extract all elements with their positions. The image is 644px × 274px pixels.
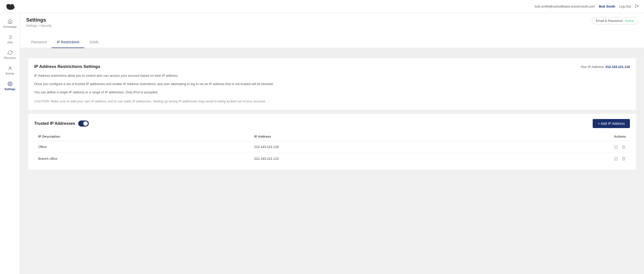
trusted-title: Trusted IP Addresses <box>34 121 75 126</box>
delete-icon[interactable] <box>621 145 626 149</box>
sidebar-item-activity[interactable]: Activity <box>0 62 20 78</box>
sidebar-item-jobs[interactable]: Jobs <box>0 31 20 47</box>
page-title: Settings <box>26 17 51 23</box>
page-body: IP Address Restrictions Settings Your IP… <box>20 52 644 176</box>
jobs-icon <box>7 34 13 40</box>
toggle-slider <box>78 121 89 127</box>
topbar: bob.smith@ca4software.onmicrosoft.com Bo… <box>0 0 644 13</box>
topbar-right: bob.smith@ca4software.onmicrosoft.com Bo… <box>535 4 639 9</box>
tab-ip-restrictions[interactable]: IP Restrictions <box>52 36 84 48</box>
caution-text: CAUTION: Make sure to add your own IP ad… <box>34 99 630 104</box>
breadcrumb: Settings > Security <box>26 24 51 27</box>
status-value: Active <box>625 19 634 23</box>
sidebar: Homepage Jobs Recovery Activity <box>0 13 20 274</box>
col-address: IP Address <box>250 132 485 141</box>
logout-button[interactable]: Log Out <box>619 5 631 8</box>
row-description: Branch office <box>34 153 250 165</box>
sidebar-label-settings: Settings <box>5 88 15 91</box>
tab-saml[interactable]: SAML <box>84 36 104 48</box>
settings-icon <box>7 81 13 87</box>
info-line-3: You can define a single IP address or a … <box>34 90 630 95</box>
logo-icon <box>5 3 16 10</box>
current-ip-display: Your IP Address: 212.143.121.110 <box>580 65 630 69</box>
row-actions <box>485 153 630 165</box>
activity-icon <box>7 65 13 71</box>
user-name[interactable]: Bob Smith <box>599 5 615 8</box>
sidebar-item-settings[interactable]: Settings <box>0 78 20 94</box>
add-ip-button[interactable]: + Add IP Address <box>593 119 630 128</box>
sidebar-label-activity: Activity <box>6 72 14 75</box>
edit-icon[interactable] <box>614 156 618 161</box>
col-actions: Actions <box>485 132 630 141</box>
tabs-container: Password IP Restrictions SAML <box>20 36 644 48</box>
user-email: bob.smith@ca4software.onmicrosoft.com <box>535 5 595 8</box>
ip-table: IP Description IP Address Actions Office… <box>34 132 630 165</box>
row-address: 212.143.121.113 <box>250 153 485 165</box>
sidebar-label-jobs: Jobs <box>7 41 13 44</box>
ip-restrictions-card: IP Address Restrictions Settings Your IP… <box>28 58 636 110</box>
info-line-1: IP Address restrictions allow you to con… <box>34 73 630 79</box>
your-ip-label: Your IP Address: <box>580 65 605 69</box>
delete-icon[interactable] <box>621 156 626 161</box>
tab-password[interactable]: Password <box>26 36 52 48</box>
sidebar-label-homepage: Homepage <box>3 25 17 28</box>
your-ip-value: 212.143.121.110 <box>605 65 630 69</box>
col-description: IP Description <box>34 132 250 141</box>
home-icon <box>7 19 13 24</box>
layout: Homepage Jobs Recovery Activity <box>0 13 644 274</box>
trusted-ips-section: Trusted IP Addresses + Add IP Address IP… <box>28 114 636 170</box>
info-line-2: Once you configure a set of trusted IP a… <box>34 82 630 87</box>
page-header: Settings Settings > Security Email & Pas… <box>20 13 644 31</box>
trusted-header: Trusted IP Addresses + Add IP Address <box>34 119 630 128</box>
section-header: IP Address Restrictions Settings Your IP… <box>34 64 630 69</box>
status-label: Email & Password: <box>596 19 623 23</box>
edit-icon[interactable] <box>614 145 618 149</box>
recovery-icon <box>7 50 13 55</box>
svg-point-12 <box>9 83 11 85</box>
row-description: Office <box>34 141 250 153</box>
sidebar-label-recovery: Recovery <box>4 56 16 59</box>
logo <box>5 3 16 10</box>
trusted-title-group: Trusted IP Addresses <box>34 121 89 127</box>
svg-point-11 <box>9 66 11 68</box>
row-actions <box>485 141 630 153</box>
row-address: 212.143.121.110 <box>250 141 485 153</box>
section-title: IP Address Restrictions Settings <box>34 64 100 69</box>
table-row: Branch office 212.143.121.113 <box>34 153 630 165</box>
main-content: Settings Settings > Security Email & Pas… <box>20 13 644 274</box>
sidebar-item-homepage[interactable]: Homepage <box>0 16 20 31</box>
status-badge: Email & Password: Active <box>592 17 638 24</box>
svg-rect-3 <box>7 7 14 9</box>
sidebar-item-recovery[interactable]: Recovery <box>0 47 20 62</box>
ip-restrictions-toggle[interactable] <box>78 121 89 127</box>
logout-icon[interactable] <box>635 4 639 9</box>
table-row: Office 212.143.121.110 <box>34 141 630 153</box>
